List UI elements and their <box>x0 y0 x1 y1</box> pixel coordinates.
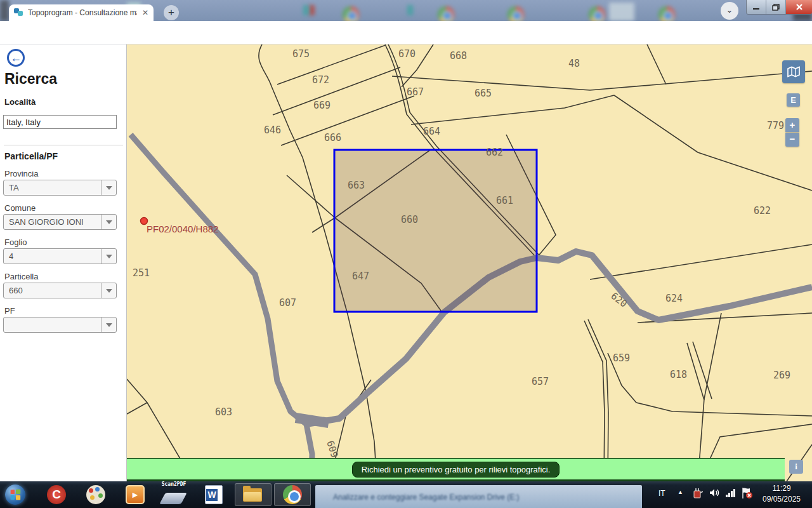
word-icon: W <box>205 485 223 504</box>
windows-taskbar: C ► Scan2PDF W Analizzare e conteggiare … <box>0 481 812 508</box>
windows-logo-icon <box>11 490 21 500</box>
new-tab-button[interactable]: + <box>164 5 179 20</box>
tab-close-icon[interactable]: ✕ <box>142 9 148 17</box>
sidebar-title: Ricerca <box>4 70 57 88</box>
tray-chevron-icon[interactable]: ▲ <box>678 489 683 495</box>
media-player-icon: ► <box>126 485 145 504</box>
window-controls <box>746 0 812 15</box>
pf-select[interactable] <box>3 317 117 333</box>
desktop-icon-blur <box>309 5 315 15</box>
scan2pdf-label: Scan2PDF <box>155 481 193 487</box>
parcel-label: 661 <box>496 195 513 206</box>
chevron-down-icon[interactable] <box>101 283 116 298</box>
parcel-label: 269 <box>773 370 790 381</box>
scanner-icon <box>159 493 187 504</box>
search-sidebar: ← Ricerca Località Particella/PF Provinc… <box>0 44 127 481</box>
chevron-down-icon[interactable] <box>101 180 116 195</box>
parcel-label: 675 <box>292 48 310 60</box>
parcel-label: 622 <box>754 205 771 217</box>
chevron-down-icon[interactable] <box>101 249 116 264</box>
comune-select[interactable]: SAN GIORGIO IONICO <box>3 214 117 230</box>
parcel-label: 667 <box>407 86 424 98</box>
parcel-label: 672 <box>312 74 329 86</box>
taskbar-item-ccleaner[interactable]: C <box>38 483 75 506</box>
desktop-icon-blur <box>407 5 413 15</box>
parcel-label: 607 <box>279 297 296 309</box>
comune-label: Comune <box>4 203 36 213</box>
taskbar-item-explorer[interactable] <box>235 483 272 506</box>
promo-banner: Richiedi un preventivo gratuito per rili… <box>127 458 785 481</box>
back-circle-button[interactable]: ← <box>7 49 25 67</box>
language-indicator[interactable]: IT <box>658 489 665 498</box>
desktop-blur-shape <box>0 0 9 21</box>
taskbar-tooltip-blur: Analizzare e conteggiare Seagate Expansi… <box>315 485 642 508</box>
desktop-chrome-logo-blur <box>438 6 454 21</box>
browser-tab[interactable]: Topoprogram - Consultazione ma ✕ <box>9 4 154 21</box>
ccleaner-icon: C <box>47 485 66 504</box>
map-layers-button[interactable] <box>782 60 805 83</box>
taskbar-item-media-player[interactable]: ► <box>117 483 154 506</box>
desktop-chrome-logo-blur <box>508 6 524 21</box>
parcel-label: 659 <box>613 352 630 364</box>
parcel-label: 664 <box>423 126 440 137</box>
network-signal-icon[interactable] <box>726 488 737 499</box>
foglio-select[interactable]: 4 <box>3 248 117 264</box>
cadastral-map-svg: 6756726696666466706686676656646624877966… <box>127 44 812 481</box>
desktop-chrome-logo-blur <box>589 6 605 21</box>
action-center-flag-icon[interactable] <box>741 487 754 501</box>
parcel-selection-rectangle[interactable] <box>334 150 537 312</box>
comune-value: SAN GIORGIO IONICO <box>4 217 84 227</box>
pf-marker-label: PF02/0040/H882 <box>147 224 218 234</box>
promo-banner-text[interactable]: Richiedi un preventivo gratuito per rili… <box>352 462 560 478</box>
zoom-in-button[interactable]: + <box>785 118 799 132</box>
parcel-label: 670 <box>398 48 416 60</box>
taskbar-item-paint[interactable] <box>77 483 114 506</box>
tab-title: Topoprogram - Consultazione ma <box>28 8 137 17</box>
parcel-label: 251 <box>133 267 150 279</box>
foglio-label: Foglio <box>4 237 27 247</box>
folder-icon <box>243 487 263 502</box>
browser-toolbar: ← → ⟳ mappeweb.it/mappe/index.php ☆ M ⋮ <box>0 21 812 44</box>
provincia-select[interactable]: TA <box>3 180 117 196</box>
start-button[interactable] <box>5 485 25 505</box>
zoom-out-button[interactable]: − <box>785 133 799 147</box>
particella-value: 660 <box>4 286 23 295</box>
parcel-label: 618 <box>670 369 687 380</box>
window-titlebar: Topoprogram - Consultazione ma ✕ + ⌄ <box>0 0 812 21</box>
sidebar-divider <box>4 145 123 145</box>
map-icon <box>787 66 801 77</box>
parcel-label: 609 <box>324 439 340 459</box>
foglio-value: 4 <box>4 251 13 261</box>
taskbar-item-chrome[interactable] <box>274 483 311 506</box>
provincia-label: Provincia <box>4 169 38 178</box>
particella-select[interactable]: 660 <box>3 283 117 298</box>
chevron-down-icon[interactable] <box>101 215 116 229</box>
localita-input[interactable] <box>3 115 117 129</box>
desktop-chrome-logo-blur <box>343 6 359 21</box>
speaker-icon[interactable] <box>709 488 721 500</box>
desktop-chrome-logo-blur <box>658 6 675 21</box>
power-plug-icon[interactable] <box>693 488 703 501</box>
info-button[interactable]: i <box>789 460 803 474</box>
minimize-button[interactable] <box>747 0 766 14</box>
export-button[interactable]: E <box>787 93 800 107</box>
chevron-down-icon[interactable] <box>101 318 116 332</box>
tab-favicon-icon <box>14 8 23 17</box>
parcel-label: 48 <box>568 58 580 69</box>
parcel-label: 624 <box>665 293 683 304</box>
paint-icon <box>86 485 105 504</box>
taskbar-item-word[interactable]: W <box>195 483 232 506</box>
tray-clock[interactable]: 11:29 09/05/2025 <box>755 483 808 505</box>
provincia-value: TA <box>4 183 19 192</box>
parcel-label: 603 <box>215 406 232 418</box>
close-button[interactable] <box>786 0 812 14</box>
parcel-label: 646 <box>264 124 281 136</box>
parcel-label: 779 <box>767 120 784 131</box>
tab-search-chevron-icon[interactable]: ⌄ <box>721 2 738 20</box>
parcel-label: 662 <box>486 147 503 158</box>
parcel-label: 660 <box>401 214 418 225</box>
cadastral-map[interactable]: 6756726696666466706686676656646624877966… <box>127 44 812 481</box>
taskbar-item-scan2pdf[interactable] <box>155 487 192 508</box>
tooltip-text: Analizzare e conteggiare Seagate Expansi… <box>333 493 520 502</box>
restore-button[interactable] <box>766 0 786 14</box>
